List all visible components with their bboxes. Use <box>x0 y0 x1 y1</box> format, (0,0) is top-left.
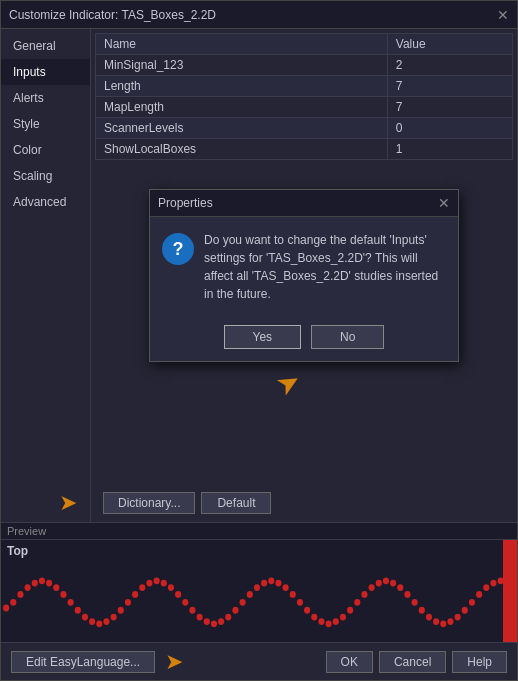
ok-button[interactable]: OK <box>326 651 373 673</box>
svg-point-57 <box>412 599 418 606</box>
action-arrow-icon: ➤ <box>165 649 183 675</box>
svg-point-5 <box>39 577 45 584</box>
sidebar-item-style[interactable]: Style <box>1 111 90 137</box>
svg-point-30 <box>218 618 224 625</box>
svg-point-29 <box>211 620 217 627</box>
svg-point-44 <box>318 618 324 625</box>
svg-point-49 <box>354 599 360 606</box>
svg-point-37 <box>268 577 274 584</box>
svg-point-66 <box>476 591 482 598</box>
svg-point-25 <box>182 599 188 606</box>
svg-point-18 <box>132 591 138 598</box>
svg-point-47 <box>340 614 346 621</box>
dialog-title-bar: Properties ✕ <box>150 190 458 217</box>
svg-point-39 <box>283 584 289 591</box>
yes-button[interactable]: Yes <box>224 325 302 349</box>
svg-point-4 <box>32 580 38 587</box>
svg-point-9 <box>68 599 74 606</box>
svg-point-46 <box>333 618 339 625</box>
svg-point-35 <box>254 584 260 591</box>
dialog-title: Properties <box>158 196 213 210</box>
svg-point-54 <box>390 580 396 587</box>
svg-point-58 <box>419 607 425 614</box>
svg-point-28 <box>204 618 210 625</box>
dialog-question-icon: ? <box>162 233 194 265</box>
window-close-icon[interactable]: ✕ <box>497 7 509 23</box>
sidebar-item-alerts[interactable]: Alerts <box>1 85 90 111</box>
dialog-buttons: Yes No <box>150 317 458 361</box>
svg-point-23 <box>168 584 174 591</box>
preview-label: Preview <box>1 523 517 540</box>
no-button[interactable]: No <box>311 325 384 349</box>
svg-point-27 <box>197 614 203 621</box>
svg-point-42 <box>304 607 310 614</box>
svg-point-14 <box>103 618 109 625</box>
sidebar-item-general[interactable]: General <box>1 33 90 59</box>
svg-point-36 <box>261 580 267 587</box>
svg-point-3 <box>25 584 31 591</box>
svg-point-24 <box>175 591 181 598</box>
svg-point-41 <box>297 599 303 606</box>
svg-point-15 <box>111 614 117 621</box>
sidebar-item-advanced[interactable]: Advanced <box>1 189 90 215</box>
sidebar-item-scaling[interactable]: Scaling <box>1 163 90 189</box>
svg-point-13 <box>96 620 102 627</box>
svg-point-55 <box>397 584 403 591</box>
svg-point-56 <box>404 591 410 598</box>
svg-point-62 <box>447 618 453 625</box>
svg-point-21 <box>154 577 160 584</box>
main-panel: Name Value MinSignal_123 2 Length 7 <box>91 29 517 522</box>
help-button[interactable]: Help <box>452 651 507 673</box>
svg-point-48 <box>347 607 353 614</box>
preview-content: Top <box>1 540 517 642</box>
svg-point-45 <box>326 620 332 627</box>
svg-point-20 <box>146 580 152 587</box>
dict-arrow-indicator: ➤ <box>59 490 77 516</box>
window-title: Customize Indicator: TAS_Boxes_2.2D <box>9 8 216 22</box>
svg-point-32 <box>232 607 238 614</box>
svg-point-16 <box>118 607 124 614</box>
title-bar: Customize Indicator: TAS_Boxes_2.2D ✕ <box>1 1 517 29</box>
svg-point-61 <box>440 620 446 627</box>
svg-point-7 <box>53 584 59 591</box>
svg-point-34 <box>247 591 253 598</box>
content-area: General Inputs Alerts Style Color Scalin… <box>1 29 517 522</box>
cancel-button[interactable]: Cancel <box>379 651 446 673</box>
dialog-overlay: Properties ✕ ? Do you want to change the… <box>91 29 517 522</box>
svg-point-59 <box>426 614 432 621</box>
svg-point-43 <box>311 614 317 621</box>
svg-point-52 <box>376 580 382 587</box>
svg-point-17 <box>125 599 131 606</box>
svg-point-65 <box>469 599 475 606</box>
sidebar-item-inputs[interactable]: Inputs <box>1 59 90 85</box>
edit-easy-language-button[interactable]: Edit EasyLanguage... <box>11 651 155 673</box>
svg-point-31 <box>225 614 231 621</box>
svg-point-64 <box>462 607 468 614</box>
svg-point-33 <box>240 599 246 606</box>
sidebar-item-color[interactable]: Color <box>1 137 90 163</box>
dialog-body: ? Do you want to change the default 'Inp… <box>150 217 458 317</box>
svg-point-26 <box>189 607 195 614</box>
svg-point-50 <box>361 591 367 598</box>
svg-point-68 <box>490 580 496 587</box>
svg-point-22 <box>161 580 167 587</box>
svg-point-11 <box>82 614 88 621</box>
svg-point-8 <box>60 591 66 598</box>
svg-point-63 <box>455 614 461 621</box>
svg-point-67 <box>483 584 489 591</box>
properties-dialog: Properties ✕ ? Do you want to change the… <box>149 189 459 362</box>
svg-point-40 <box>290 591 296 598</box>
svg-point-2 <box>17 591 23 598</box>
action-bar: Edit EasyLanguage... ➤ OK Cancel Help <box>1 642 517 680</box>
svg-point-0 <box>3 605 9 612</box>
sidebar: General Inputs Alerts Style Color Scalin… <box>1 29 91 522</box>
svg-point-12 <box>89 618 95 625</box>
svg-point-19 <box>139 584 145 591</box>
dialog-close-icon[interactable]: ✕ <box>438 195 450 211</box>
preview-chart <box>1 540 517 642</box>
preview-top-label: Top <box>7 544 28 558</box>
dialog-message: Do you want to change the default 'Input… <box>204 231 446 303</box>
svg-point-6 <box>46 580 52 587</box>
svg-point-38 <box>275 580 281 587</box>
svg-point-1 <box>10 599 16 606</box>
